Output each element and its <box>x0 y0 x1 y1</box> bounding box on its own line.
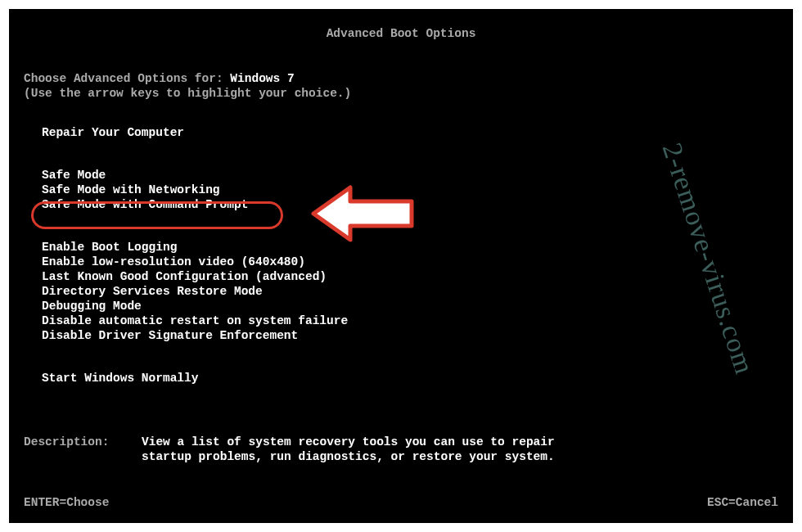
description-label: Description: <box>24 435 142 464</box>
menu-gap <box>42 212 348 240</box>
menu-item[interactable]: Disable Driver Signature Enforcement <box>42 328 348 343</box>
menu-item[interactable]: Last Known Good Configuration (advanced) <box>42 269 348 284</box>
boot-screen: Advanced Boot Options Choose Advanced Op… <box>9 9 793 523</box>
description-text: View a list of system recovery tools you… <box>142 435 583 464</box>
intro-block: Choose Advanced Options for: Windows 7 (… <box>24 71 351 101</box>
watermark-text: 2-remove-virus.com <box>656 139 760 378</box>
menu-item[interactable]: Start Windows Normally <box>42 371 348 385</box>
footer-bar: ENTER=Choose ESC=Cancel <box>24 496 778 509</box>
os-name: Windows 7 <box>230 72 294 85</box>
description-block: Description: View a list of system recov… <box>24 435 583 464</box>
footer-enter-hint: ENTER=Choose <box>24 496 109 509</box>
menu-item[interactable]: Safe Mode with Networking <box>42 183 348 197</box>
intro-prefix: Choose Advanced Options for: <box>24 72 230 85</box>
menu-item[interactable]: Disable automatic restart on system fail… <box>42 313 348 328</box>
page-title: Advanced Boot Options <box>9 27 793 40</box>
menu-item[interactable]: Safe Mode with Command Prompt <box>42 197 348 212</box>
menu-item[interactable]: Safe Mode <box>42 168 348 183</box>
menu-item[interactable]: Debugging Mode <box>42 299 348 313</box>
menu-gap <box>42 343 348 371</box>
menu-item[interactable]: Enable Boot Logging <box>42 240 348 255</box>
footer-esc-hint: ESC=Cancel <box>707 496 778 509</box>
boot-menu[interactable]: Repair Your ComputerSafe ModeSafe Mode w… <box>42 125 348 385</box>
menu-item[interactable]: Repair Your Computer <box>42 125 348 140</box>
intro-hint: (Use the arrow keys to highlight your ch… <box>24 87 351 100</box>
menu-item[interactable]: Enable low-resolution video (640x480) <box>42 255 348 269</box>
menu-gap <box>42 140 348 168</box>
menu-item[interactable]: Directory Services Restore Mode <box>42 284 348 299</box>
